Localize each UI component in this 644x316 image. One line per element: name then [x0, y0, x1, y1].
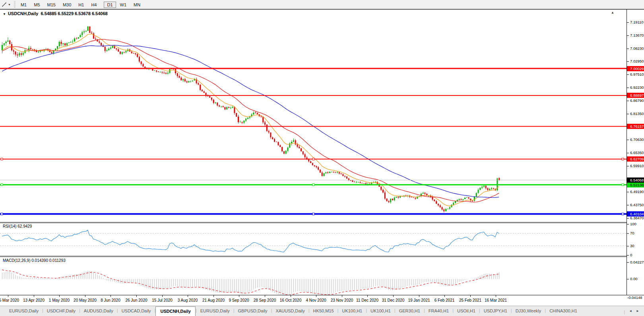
h-line-handle[interactable]	[622, 184, 624, 186]
h-line-7.00029[interactable]	[0, 68, 627, 69]
cursor-tool-button[interactable]: ▼	[0, 0, 12, 8]
price-tick-label: 6.81350	[627, 111, 644, 116]
h-line-handle[interactable]	[312, 213, 314, 215]
tab-separator: |	[624, 308, 625, 314]
price-tick-label: 7.13670	[627, 33, 644, 38]
down-candle-bodies	[9, 26, 500, 211]
timeframe-button-D1[interactable]: D1	[104, 2, 116, 8]
chart-tab-XAUUSD-Daily[interactable]: XAUUSD,Daily	[272, 306, 308, 316]
chart-tab-AUDUSD-Daily[interactable]: AUDUSD,Daily	[80, 306, 117, 316]
price-tick-label: 6.86790	[627, 98, 644, 103]
time-tick-label: 3 Aug 2020	[178, 298, 198, 302]
chart-tab-CHINA300-H1[interactable]: CHINA300,H1	[546, 306, 581, 316]
price-tick-label: 6.65350	[627, 150, 644, 155]
ma-medium-line	[2, 39, 499, 202]
time-tick	[496, 295, 496, 297]
rsi-scale-label: 0	[627, 253, 632, 257]
time-tick-label: 4 Nov 2020	[306, 298, 326, 302]
time-axis[interactable]: 25 Mar 202013 Apr 20201 May 202020 May 2…	[0, 295, 644, 306]
chart-tab-DJ30-Weekly[interactable]: DJ30,Weekly	[512, 306, 545, 316]
price-tick-label: 6.49190	[627, 189, 644, 194]
timeframe-button-M5[interactable]: M5	[31, 2, 43, 8]
chart-tab-USDCHF-Daily[interactable]: USDCHF,Daily	[43, 306, 79, 316]
time-tick-label: 16 Mar 2021	[485, 298, 507, 302]
time-tick	[367, 295, 368, 297]
chart-tab-bar: EURUSD,Daily|USDCHF,Daily|AUDUSD,Daily|U…	[0, 306, 644, 316]
time-tick	[342, 295, 342, 297]
chart-tab-GBPUSD-Daily[interactable]: GBPUSD,Daily	[235, 306, 271, 316]
h-line-price-label: 7.00029	[627, 66, 644, 71]
chart-tab-HK50-M15[interactable]: HK50,M15	[310, 306, 338, 316]
chart-plot-area[interactable]	[0, 10, 627, 295]
timeframe-button-H4[interactable]: H4	[88, 2, 100, 8]
chart-ohlc-values: 6.54885 6.55229 6.53678 6.54068	[41, 11, 107, 16]
time-tick	[444, 295, 445, 297]
time-tick	[162, 295, 163, 297]
price-axis[interactable]: 7.191107.136707.082307.029506.975106.922…	[627, 10, 644, 295]
price-tick-label: 6.43750	[627, 203, 644, 207]
time-tick	[265, 295, 265, 297]
macd-scale-min-label: -0.04148	[627, 295, 642, 300]
h-line-price-label: 6.76157	[627, 124, 644, 129]
chart-tab-UK100-H1[interactable]: UK100,H1	[367, 306, 394, 316]
rsi-scale-label: 70	[627, 231, 634, 236]
chart-tab-GER30-H1[interactable]: GER30,H1	[396, 306, 424, 316]
time-tick	[188, 295, 188, 297]
price-tick-label: 7.08230	[627, 46, 644, 51]
h-line-handle[interactable]	[312, 184, 314, 186]
time-tick	[393, 295, 394, 297]
chart-tab-EURUSD-Daily[interactable]: EURUSD,Daily	[197, 306, 233, 316]
chart-shift-marker-icon: ▲	[611, 11, 614, 14]
tabs-scroll-right-icon[interactable]: ►	[636, 309, 639, 313]
time-tick	[34, 295, 34, 297]
time-tick-label: 6 Feb 2021	[435, 298, 455, 302]
timeframe-button-W1[interactable]: W1	[117, 2, 130, 8]
move-arrows-icon	[2, 2, 7, 7]
time-tick-label: 1 May 2020	[49, 298, 70, 302]
time-tick-label: 28 Sep 2020	[254, 298, 276, 302]
h-line-handle[interactable]	[622, 213, 624, 215]
chart-tab-USDCNH-Daily[interactable]: USDCNH,Daily	[155, 306, 195, 316]
h-line-6.76157[interactable]	[0, 126, 627, 127]
timeframe-button-M15[interactable]: M15	[44, 2, 59, 8]
macd-scale-max-label: 0.042275	[627, 260, 644, 265]
h-line-handle[interactable]	[312, 158, 314, 160]
h-line-price-label: 6.40104	[627, 211, 644, 217]
time-tick-label: 11 Dec 2020	[356, 298, 378, 302]
chart-tab-FRA40-H1[interactable]: FRA40,H1	[425, 306, 452, 316]
current-price-label: 6.54068	[627, 178, 644, 183]
chart-tab-USDJPY-H1[interactable]: USDJPY,H1	[480, 306, 511, 316]
timeframe-button-M1[interactable]: M1	[17, 2, 30, 8]
time-tick-label: 16 Oct 2020	[280, 298, 301, 302]
h-line-handle[interactable]	[1, 184, 3, 186]
macd-scale-zero-label: 0.00	[627, 277, 638, 281]
h-line-handle[interactable]	[1, 213, 3, 215]
price-tick-label: 6.97510	[627, 72, 644, 77]
toolbar-grip[interactable]	[14, 1, 16, 8]
price-tick-label: 6.70630	[627, 137, 644, 142]
timeframe-button-H1[interactable]: H1	[75, 2, 87, 8]
chart-tab-USDCAD-Daily[interactable]: USDCAD,Daily	[118, 306, 155, 316]
chart-tab-EURUSD-Daily[interactable]: EURUSD,Daily	[6, 306, 42, 316]
price-tick-label: 6.59910	[627, 164, 644, 168]
tabs-scroll-left-icon[interactable]: ◄	[629, 309, 632, 313]
time-tick-label: 25 Feb 2021	[459, 298, 481, 302]
rsi-scale-label: 30	[627, 244, 634, 248]
chart-tab-UK100-H1[interactable]: UK100,H1	[338, 306, 366, 316]
time-tick	[59, 295, 60, 297]
time-tick-label: 25 Mar 2020	[0, 298, 19, 302]
h-line-6.88897[interactable]	[0, 95, 627, 96]
h-line-price-label: 6.88897	[627, 93, 644, 98]
time-tick-label: 21 Aug 2020	[202, 298, 225, 302]
h-line-handle[interactable]	[1, 158, 3, 160]
timeframe-toolbar: ▼ M1M5M15M30H1H4D1W1MN	[0, 0, 644, 9]
timeframe-button-M30[interactable]: M30	[60, 2, 74, 8]
chart-title: ▼USDCNH,Daily 6.54885 6.55229 6.53678 6.…	[3, 11, 108, 16]
time-tick	[213, 295, 214, 297]
chart-tab-USOil-H1[interactable]: USOil,H1	[454, 306, 479, 316]
chart-title-caret-icon: ▼	[3, 12, 6, 16]
h-line-price-label: 6.62709	[627, 156, 644, 162]
h-line-handle[interactable]	[622, 158, 624, 160]
timeframe-button-MN[interactable]: MN	[130, 2, 144, 8]
time-tick	[111, 295, 111, 297]
